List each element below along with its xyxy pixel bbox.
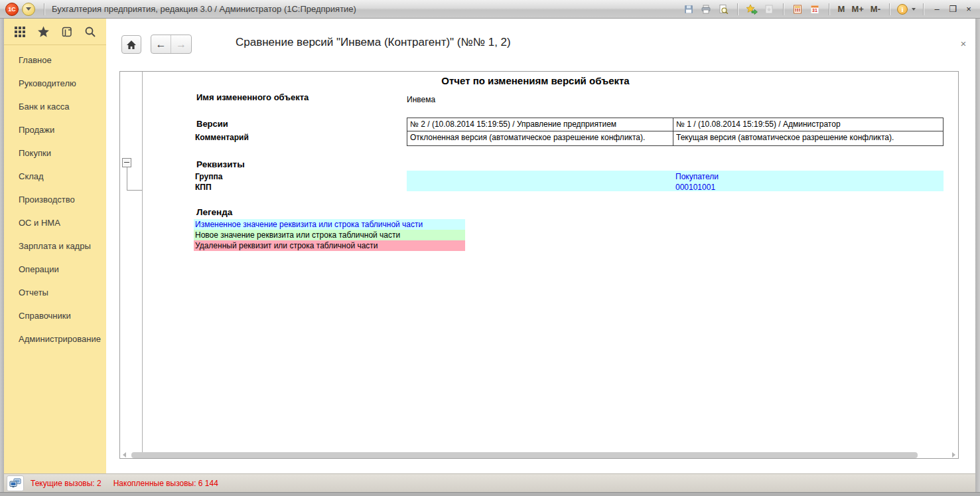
sidebar-item-pokupki[interactable]: Покупки: [19, 148, 51, 161]
sidebar-item-zarplata-i-kadry[interactable]: Зарплата и кадры: [19, 241, 91, 254]
content-area: ← → Сравнение версий "Инвема (Контрагент…: [106, 19, 975, 473]
favorite-star-icon: [746, 4, 758, 15]
scrollbar-track[interactable]: [129, 452, 949, 458]
1c-logo-icon: 1С: [5, 3, 19, 16]
chevron-down-icon: [26, 7, 31, 11]
calculator-icon: [792, 4, 803, 15]
requisite-kpp-label: КПП: [195, 183, 212, 192]
version-1-comment-cell[interactable]: Текущая версия (автоматическое разрешени…: [673, 131, 944, 145]
close-tab-button[interactable]: ×: [957, 37, 969, 49]
window-frame-right: [975, 19, 980, 492]
group-collapse-button[interactable]: [122, 158, 131, 167]
calculator-button[interactable]: [791, 3, 804, 16]
search-icon: [84, 26, 96, 38]
sidebar-item-administrirovanie[interactable]: Администрирование: [19, 334, 101, 347]
back-button[interactable]: ←: [151, 35, 171, 53]
divider: [923, 3, 924, 15]
minimize-button[interactable]: –: [931, 3, 943, 15]
requisite-group-label: Группа: [195, 172, 222, 181]
versions-table: № 2 / (10.08.2014 15:19:55) / Управление…: [407, 118, 944, 146]
versions-label: Версии: [196, 119, 228, 129]
titlebar: 1С Бухгалтерия предприятия, редакция 3.0…: [0, 0, 980, 19]
monitors-icon: [9, 478, 21, 489]
window-title: Бухгалтерия предприятия, редакция 3.0 / …: [52, 4, 356, 14]
legend-changed-row: Измененное значение реквизита или строка…: [194, 219, 465, 230]
divider: [783, 3, 784, 15]
print-icon: [701, 4, 711, 15]
version-2-header-cell[interactable]: № 2 / (10.08.2014 15:19:55) / Управление…: [407, 118, 673, 131]
link-page-icon: [764, 4, 774, 15]
version-1-header-cell[interactable]: № 1 / (10.08.2014 15:19:55) / Администра…: [673, 118, 944, 131]
info-button[interactable]: i: [897, 4, 908, 15]
sidebar-item-prodazhi[interactable]: Продажи: [19, 125, 54, 138]
close-window-button[interactable]: ×: [963, 3, 975, 15]
sidebar-item-sklad[interactable]: Склад: [19, 171, 44, 185]
group-margin-divider: [142, 72, 143, 458]
requisite-group-value: Покупатели: [675, 172, 719, 181]
sidebar-item-glavnoe[interactable]: Главное: [19, 55, 52, 68]
report-panel: Отчет по изменениям версий объекта Имя и…: [119, 71, 959, 459]
sidebar-item-rukovoditelyu[interactable]: Руководителю: [19, 78, 76, 92]
version-2-comment-cell[interactable]: Отклоненная версия (автоматическое разре…: [407, 131, 673, 145]
sections-sidebar: Главное Руководителю Банк и касса Продаж…: [4, 19, 106, 473]
report-title: Отчет по изменениям версий объекта: [410, 75, 661, 86]
sidebar-item-bank-i-kassa[interactable]: Банк и касса: [19, 102, 70, 115]
comment-label: Комментарий: [195, 133, 249, 142]
scrollbar-thumb[interactable]: [131, 452, 918, 458]
divider: [829, 3, 829, 15]
search-button[interactable]: [84, 25, 97, 39]
memory-recall-button[interactable]: M: [837, 4, 847, 14]
calendar-icon: 31: [809, 4, 820, 15]
scroll-left-arrow-icon[interactable]: [123, 452, 126, 457]
titlebar-toolbar: 31 M M+ M- i – ❒ ×: [682, 3, 975, 16]
sidebar-item-otchety[interactable]: Отчеты: [19, 288, 48, 301]
sidebar-item-spravochniki[interactable]: Справочники: [19, 311, 71, 324]
requisite-kpp-value: 000101001: [675, 183, 715, 192]
divider: [889, 3, 890, 15]
object-name-label: Имя измененного объекта: [196, 92, 309, 102]
memory-add-button[interactable]: M+: [850, 4, 865, 14]
divider: [44, 3, 44, 15]
print-button[interactable]: [699, 3, 713, 16]
divider: [737, 3, 738, 15]
server-calls-button[interactable]: [7, 475, 24, 491]
history-scroll-icon: [60, 26, 73, 38]
home-icon: [126, 40, 137, 50]
info-dropdown-icon[interactable]: [912, 8, 916, 11]
group-bracket: [127, 167, 127, 190]
legend-deleted-row: Удаленный реквизит или строка табличной …: [194, 240, 465, 251]
current-calls-text: Текущие вызовы: 2: [31, 479, 102, 488]
memory-subtract-button[interactable]: M-: [869, 4, 882, 14]
status-bar: Текущие вызовы: 2 Накопленные вызовы: 6 …: [4, 473, 975, 492]
app-window: 1С Бухгалтерия предприятия, редакция 3.0…: [0, 0, 980, 496]
calendar-button[interactable]: 31: [808, 3, 821, 16]
save-button[interactable]: [682, 3, 695, 16]
maximize-button[interactable]: ❒: [947, 3, 959, 15]
print-preview-button[interactable]: [717, 3, 730, 16]
sidebar-item-proizvodstvo[interactable]: Производство: [19, 195, 75, 208]
sections-menu-button[interactable]: [13, 25, 27, 39]
navigation-buttons: ← →: [151, 35, 192, 54]
object-name-value: Инвема: [407, 95, 435, 104]
sidebar-item-operacii[interactable]: Операции: [19, 264, 59, 278]
sidebar-toolbar: [4, 19, 106, 45]
favorites-menu-button[interactable]: [36, 25, 50, 39]
grid-icon: [14, 26, 26, 38]
save-icon: [683, 4, 694, 15]
page-title: Сравнение версий "Инвема (Контрагент)" (…: [236, 36, 511, 49]
legend-section-label: Легенда: [196, 207, 232, 217]
legend-new-row: Новое значение реквизита или строка табл…: [194, 230, 465, 240]
window-frame-bottom: [0, 492, 980, 496]
history-button[interactable]: [60, 25, 74, 39]
favorites-button[interactable]: [745, 3, 758, 16]
main-menu-button[interactable]: [22, 3, 35, 16]
home-button[interactable]: [121, 35, 141, 54]
sidebar-item-os-i-nma[interactable]: ОС и НМА: [19, 218, 60, 231]
print-preview-icon: [718, 4, 729, 15]
forward-button: →: [171, 35, 191, 53]
horizontal-scrollbar[interactable]: [123, 452, 955, 458]
requisites-section-label: Реквизиты: [196, 159, 245, 169]
group-bracket-end: [127, 190, 142, 191]
star-icon: [37, 26, 50, 38]
scroll-right-arrow-icon[interactable]: [952, 452, 955, 457]
